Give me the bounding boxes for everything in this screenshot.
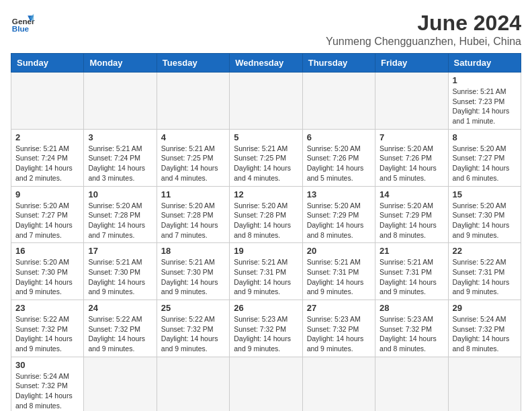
- calendar-cell: 30Sunrise: 5:24 AMSunset: 7:32 PMDayligh…: [11, 357, 84, 411]
- logo: General Blue: [11, 11, 35, 35]
- week-row-1: 1Sunrise: 5:21 AMSunset: 7:23 PMDaylight…: [11, 73, 521, 130]
- day-info: Sunrise: 5:20 AMSunset: 7:29 PMDaylight:…: [380, 201, 443, 240]
- day-info: Sunrise: 5:20 AMSunset: 7:28 PMDaylight:…: [88, 201, 152, 240]
- day-info: Sunrise: 5:20 AMSunset: 7:29 PMDaylight:…: [307, 201, 371, 240]
- day-info: Sunrise: 5:20 AMSunset: 7:26 PMDaylight:…: [380, 144, 443, 183]
- day-number: 3: [88, 132, 152, 142]
- day-info: Sunrise: 5:21 AMSunset: 7:25 PMDaylight:…: [234, 144, 298, 183]
- calendar-cell: [11, 73, 84, 130]
- day-info: Sunrise: 5:21 AMSunset: 7:23 PMDaylight:…: [453, 87, 517, 126]
- day-number: 5: [234, 132, 298, 142]
- location-subtitle: Yunmeng Chengguanzhen, Hubei, China: [326, 36, 521, 48]
- day-info: Sunrise: 5:20 AMSunset: 7:30 PMDaylight:…: [15, 257, 79, 297]
- day-number: 8: [453, 132, 517, 142]
- calendar-cell: [302, 73, 375, 130]
- week-row-3: 9Sunrise: 5:20 AMSunset: 7:27 PMDaylight…: [11, 186, 521, 243]
- day-number: 2: [15, 132, 79, 142]
- day-number: 23: [15, 303, 79, 313]
- day-info: Sunrise: 5:20 AMSunset: 7:27 PMDaylight:…: [15, 201, 79, 240]
- day-number: 28: [380, 303, 443, 313]
- weekday-header-thursday: Thursday: [302, 54, 375, 73]
- calendar-cell: 2Sunrise: 5:21 AMSunset: 7:24 PMDaylight…: [11, 129, 84, 186]
- day-info: Sunrise: 5:22 AMSunset: 7:32 PMDaylight:…: [88, 314, 152, 354]
- weekday-header-tuesday: Tuesday: [157, 54, 229, 73]
- calendar-cell: [84, 357, 157, 411]
- calendar-cell: [84, 73, 157, 130]
- day-info: Sunrise: 5:22 AMSunset: 7:32 PMDaylight:…: [15, 314, 79, 354]
- day-info: Sunrise: 5:24 AMSunset: 7:32 PMDaylight:…: [453, 314, 517, 354]
- weekday-header-monday: Monday: [84, 54, 157, 73]
- month-title: June 2024: [326, 11, 521, 36]
- calendar-cell: 29Sunrise: 5:24 AMSunset: 7:32 PMDayligh…: [448, 300, 521, 357]
- day-info: Sunrise: 5:20 AMSunset: 7:30 PMDaylight:…: [453, 201, 517, 240]
- calendar-table: SundayMondayTuesdayWednesdayThursdayFrid…: [11, 53, 521, 411]
- calendar-cell: 10Sunrise: 5:20 AMSunset: 7:28 PMDayligh…: [84, 186, 157, 243]
- calendar-cell: 26Sunrise: 5:23 AMSunset: 7:32 PMDayligh…: [230, 300, 302, 357]
- title-block: June 2024 Yunmeng Chengguanzhen, Hubei, …: [326, 11, 521, 48]
- day-number: 16: [15, 246, 79, 256]
- calendar-cell: 14Sunrise: 5:20 AMSunset: 7:29 PMDayligh…: [375, 186, 448, 243]
- calendar-cell: [157, 357, 229, 411]
- day-info: Sunrise: 5:20 AMSunset: 7:28 PMDaylight:…: [234, 201, 298, 240]
- logo-icon: General Blue: [11, 11, 35, 35]
- day-number: 25: [161, 303, 225, 313]
- calendar-cell: 20Sunrise: 5:21 AMSunset: 7:31 PMDayligh…: [302, 243, 375, 300]
- day-number: 7: [380, 132, 443, 142]
- day-number: 10: [88, 189, 152, 199]
- day-number: 11: [161, 189, 225, 199]
- day-number: 27: [307, 303, 371, 313]
- calendar-cell: [230, 357, 302, 411]
- calendar-cell: 17Sunrise: 5:21 AMSunset: 7:30 PMDayligh…: [84, 243, 157, 300]
- day-number: 30: [15, 360, 79, 370]
- day-info: Sunrise: 5:23 AMSunset: 7:32 PMDaylight:…: [234, 314, 298, 354]
- day-info: Sunrise: 5:20 AMSunset: 7:27 PMDaylight:…: [453, 144, 517, 183]
- day-number: 4: [161, 132, 225, 142]
- weekday-header-friday: Friday: [375, 54, 448, 73]
- calendar-cell: 11Sunrise: 5:20 AMSunset: 7:28 PMDayligh…: [157, 186, 229, 243]
- page-header: General Blue June 2024 Yunmeng Chengguan…: [11, 11, 521, 48]
- calendar-cell: 5Sunrise: 5:21 AMSunset: 7:25 PMDaylight…: [230, 129, 302, 186]
- day-info: Sunrise: 5:21 AMSunset: 7:31 PMDaylight:…: [380, 257, 443, 297]
- calendar-cell: 23Sunrise: 5:22 AMSunset: 7:32 PMDayligh…: [11, 300, 84, 357]
- weekday-header-saturday: Saturday: [448, 54, 521, 73]
- calendar-cell: 21Sunrise: 5:21 AMSunset: 7:31 PMDayligh…: [375, 243, 448, 300]
- day-info: Sunrise: 5:21 AMSunset: 7:24 PMDaylight:…: [15, 144, 79, 183]
- calendar-cell: 12Sunrise: 5:20 AMSunset: 7:28 PMDayligh…: [230, 186, 302, 243]
- calendar-cell: [448, 357, 521, 411]
- day-info: Sunrise: 5:23 AMSunset: 7:32 PMDaylight:…: [307, 314, 371, 354]
- day-info: Sunrise: 5:20 AMSunset: 7:28 PMDaylight:…: [161, 201, 225, 240]
- calendar-cell: 19Sunrise: 5:21 AMSunset: 7:31 PMDayligh…: [230, 243, 302, 300]
- day-info: Sunrise: 5:24 AMSunset: 7:32 PMDaylight:…: [15, 371, 79, 411]
- calendar-cell: 1Sunrise: 5:21 AMSunset: 7:23 PMDaylight…: [448, 73, 521, 130]
- day-number: 6: [307, 132, 371, 142]
- calendar-cell: [375, 357, 448, 411]
- day-number: 29: [453, 303, 517, 313]
- calendar-cell: 6Sunrise: 5:20 AMSunset: 7:26 PMDaylight…: [302, 129, 375, 186]
- calendar-cell: 8Sunrise: 5:20 AMSunset: 7:27 PMDaylight…: [448, 129, 521, 186]
- day-number: 12: [234, 189, 298, 199]
- day-number: 15: [453, 189, 517, 199]
- day-info: Sunrise: 5:20 AMSunset: 7:26 PMDaylight:…: [307, 144, 371, 183]
- day-info: Sunrise: 5:23 AMSunset: 7:32 PMDaylight:…: [380, 314, 443, 354]
- day-number: 17: [88, 246, 152, 256]
- day-info: Sunrise: 5:21 AMSunset: 7:31 PMDaylight:…: [234, 257, 298, 297]
- calendar-cell: 13Sunrise: 5:20 AMSunset: 7:29 PMDayligh…: [302, 186, 375, 243]
- day-info: Sunrise: 5:21 AMSunset: 7:30 PMDaylight:…: [88, 257, 152, 297]
- day-info: Sunrise: 5:22 AMSunset: 7:31 PMDaylight:…: [453, 257, 517, 297]
- calendar-cell: 25Sunrise: 5:22 AMSunset: 7:32 PMDayligh…: [157, 300, 229, 357]
- calendar-cell: 28Sunrise: 5:23 AMSunset: 7:32 PMDayligh…: [375, 300, 448, 357]
- week-row-6: 30Sunrise: 5:24 AMSunset: 7:32 PMDayligh…: [11, 357, 521, 411]
- weekday-header-row: SundayMondayTuesdayWednesdayThursdayFrid…: [11, 54, 521, 73]
- calendar-cell: 3Sunrise: 5:21 AMSunset: 7:24 PMDaylight…: [84, 129, 157, 186]
- day-number: 1: [453, 75, 517, 85]
- calendar-cell: 9Sunrise: 5:20 AMSunset: 7:27 PMDaylight…: [11, 186, 84, 243]
- day-number: 21: [380, 246, 443, 256]
- calendar-cell: [157, 73, 229, 130]
- day-number: 14: [380, 189, 443, 199]
- calendar-cell: 7Sunrise: 5:20 AMSunset: 7:26 PMDaylight…: [375, 129, 448, 186]
- day-info: Sunrise: 5:21 AMSunset: 7:30 PMDaylight:…: [161, 257, 225, 297]
- day-number: 26: [234, 303, 298, 313]
- day-number: 24: [88, 303, 152, 313]
- calendar-cell: 15Sunrise: 5:20 AMSunset: 7:30 PMDayligh…: [448, 186, 521, 243]
- calendar-cell: [302, 357, 375, 411]
